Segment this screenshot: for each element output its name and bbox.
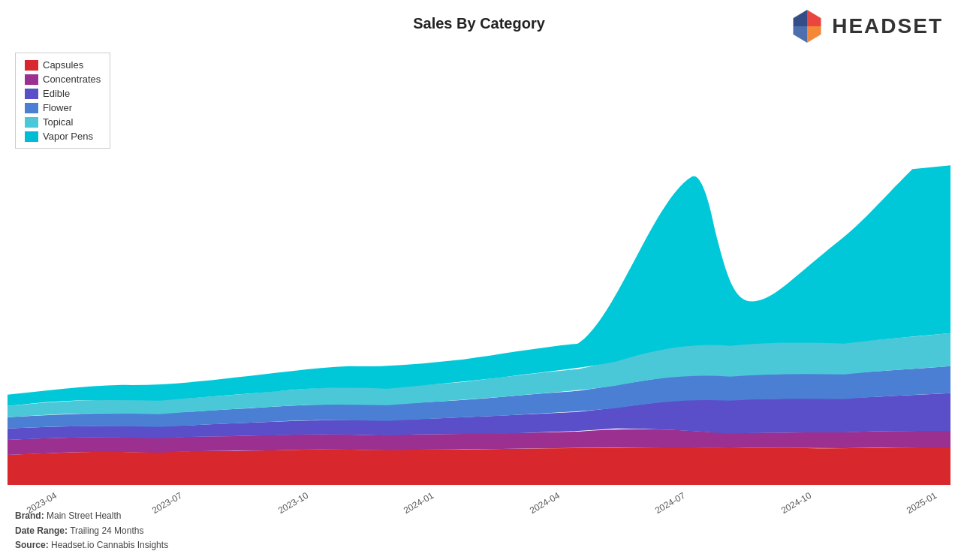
legend-swatch-topical	[25, 117, 38, 128]
legend-item-topical: Topical	[25, 116, 101, 128]
logo-text: HEADSET	[832, 14, 943, 38]
page-wrapper: HEADSET Sales By Category CapsulesConcen…	[0, 0, 958, 560]
legend-label-capsules: Capsules	[43, 59, 83, 71]
source-label: Source:	[15, 540, 49, 550]
legend-label-concentrates: Concentrates	[43, 74, 101, 85]
legend-item-concentrates: Concentrates	[25, 74, 101, 85]
legend-swatch-vapor_pens	[25, 131, 38, 142]
capsules-area	[8, 447, 950, 485]
date-range-label: Date Range:	[15, 525, 68, 536]
date-range-value: Trailing 24 Months	[70, 525, 143, 536]
legend-item-vapor_pens: Vapor Pens	[25, 131, 101, 142]
source-value: Headset.io Cannabis Insights	[51, 540, 168, 550]
chart-area	[8, 49, 950, 485]
x-axis-labels: 2023-042023-072023-102024-012024-042024-…	[15, 498, 943, 509]
footer-info: Brand: Main Street Health Date Range: Tr…	[15, 509, 168, 552]
legend-item-capsules: Capsules	[25, 59, 101, 71]
x-label-6: 2024-10	[779, 490, 812, 516]
chart-svg	[8, 49, 950, 485]
headset-logo-icon	[788, 8, 826, 45]
legend-label-topical: Topical	[43, 116, 73, 128]
legend-label-vapor_pens: Vapor Pens	[43, 131, 93, 142]
legend-label-flower: Flower	[43, 102, 72, 113]
brand-value: Main Street Health	[47, 510, 121, 521]
legend-swatch-flower	[25, 103, 38, 113]
x-label-4: 2024-04	[528, 490, 562, 516]
x-label-3: 2024-01	[402, 490, 435, 516]
legend-item-edible: Edible	[25, 88, 101, 99]
brand-label: Brand:	[15, 510, 44, 521]
x-label-2: 2023-10	[276, 490, 310, 516]
logo-area: HEADSET	[788, 8, 943, 45]
chart-title: Sales By Category	[413, 15, 545, 32]
x-label-7: 2025-01	[905, 490, 938, 516]
legend: CapsulesConcentratesEdibleFlowerTopicalV…	[15, 53, 110, 149]
legend-item-flower: Flower	[25, 102, 101, 113]
legend-swatch-edible	[25, 89, 38, 99]
legend-swatch-capsules	[25, 60, 38, 71]
legend-label-edible: Edible	[43, 88, 70, 99]
legend-swatch-concentrates	[25, 74, 38, 85]
x-label-5: 2024-07	[653, 490, 687, 516]
